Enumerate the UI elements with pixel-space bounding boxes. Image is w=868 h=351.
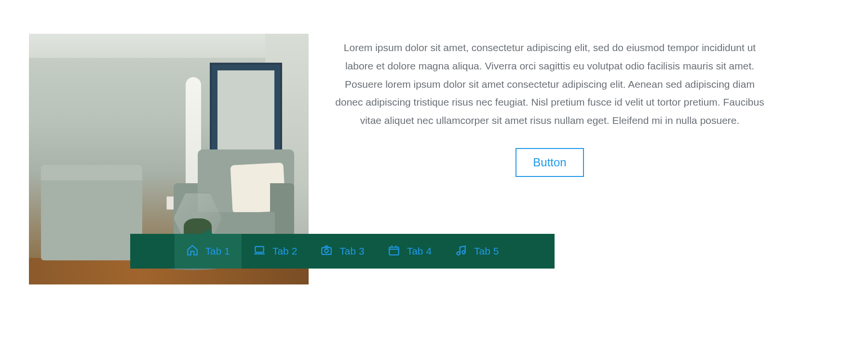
tab-label: Tab 4 [407,245,432,257]
svg-point-3 [325,249,329,253]
tab-label: Tab 3 [339,245,364,257]
svg-rect-4 [389,247,399,255]
home-icon [186,244,199,259]
tab-label: Tab 5 [474,245,499,257]
tab-3[interactable]: Tab 3 [309,234,376,269]
tab-5[interactable]: Tab 5 [443,234,510,269]
music-icon [455,244,467,259]
tab-4[interactable]: Tab 4 [376,234,443,269]
laptop-icon [253,244,266,259]
cta-button[interactable]: Button [515,148,583,177]
svg-rect-0 [255,246,263,252]
calendar-icon [388,244,400,259]
tab-bar: Tab 1 Tab 2 Tab 3 Tab 4 Tab 5 [130,234,555,269]
tab-2[interactable]: Tab 2 [242,234,309,269]
tab-1[interactable]: Tab 1 [175,234,242,269]
tab-label: Tab 1 [205,245,230,257]
camera-icon [320,244,333,259]
body-text: Lorem ipsum dolor sit amet, consectetur … [333,39,767,130]
tab-label: Tab 2 [272,245,297,257]
